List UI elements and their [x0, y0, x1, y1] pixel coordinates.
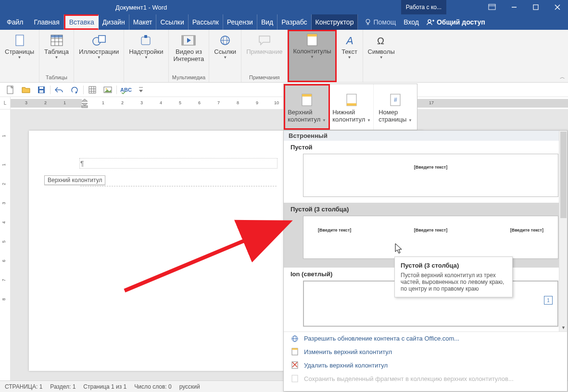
gallery-item-blank-title: Пустой [284, 141, 567, 152]
window-title: Документ1 - Word [115, 0, 167, 14]
svg-rect-24 [182, 36, 184, 45]
svg-rect-20 [99, 36, 105, 42]
save-button[interactable] [34, 84, 49, 96]
svg-rect-18 [51, 35, 63, 37]
tab-help[interactable]: Помощ [358, 14, 400, 30]
online-video-button[interactable]: Видео изИнтернета [170, 32, 208, 62]
header-dropdown-button[interactable]: Верхнийколонтитул ▼ [284, 84, 330, 130]
svg-rect-53 [82, 106, 88, 108]
status-language[interactable]: русский [179, 383, 200, 390]
svg-text:A: A [345, 35, 353, 47]
addins-icon [140, 35, 152, 46]
save-selection-icon [290, 375, 299, 382]
menu-update-from-office[interactable]: Разрешить обновление контента с сайта Of… [284, 332, 567, 345]
table-button[interactable]: Таблица▼ [40, 32, 73, 60]
svg-rect-40 [89, 86, 96, 93]
table-qat-button[interactable] [85, 84, 100, 96]
tab-design[interactable]: Дизайн [99, 14, 129, 30]
footer-dropdown-button[interactable]: Нижнийколонтитул ▼ [330, 84, 374, 130]
gallery-scrollbar[interactable]: ▲ ▼ [559, 131, 567, 331]
tab-view[interactable]: Вид [257, 14, 278, 30]
gallery-menu: Разрешить обновление контента с сайта Of… [284, 331, 567, 385]
text-button[interactable]: A Текст▼ [338, 32, 362, 60]
page-icon [15, 35, 25, 46]
undo-button[interactable] [51, 84, 67, 96]
svg-line-71 [125, 223, 286, 291]
title-bar: Документ1 - Word Работа с ко... [0, 0, 568, 14]
status-page[interactable]: СТРАНИЦА: 1 [5, 383, 42, 390]
ribbon-body: Страницы▼ Таблица▼ Таблицы Иллюстрации▼ … [0, 30, 568, 83]
scroll-down-icon[interactable]: ▼ [559, 323, 567, 331]
addins-button[interactable]: Надстройки▼ [125, 32, 167, 60]
svg-rect-22 [144, 35, 147, 38]
tab-home[interactable]: Главная [30, 14, 63, 30]
status-section[interactable]: Раздел: 1 [50, 383, 76, 390]
symbols-button[interactable]: Ω Символы▼ [364, 32, 399, 60]
svg-rect-25 [193, 36, 195, 45]
redo-button[interactable] [67, 84, 82, 96]
header-zone: ¶ [80, 159, 277, 186]
delete-header-icon [290, 361, 299, 369]
indent-marker-icon[interactable] [82, 99, 88, 108]
tab-login[interactable]: Вход [400, 14, 423, 30]
edit-header-icon [290, 348, 299, 355]
svg-point-6 [366, 19, 370, 23]
tab-layout[interactable]: Макет [129, 14, 157, 30]
mouse-cursor-icon [395, 244, 404, 255]
close-button[interactable] [546, 0, 568, 14]
svg-marker-47 [104, 89, 111, 92]
open-button[interactable] [18, 84, 34, 96]
page-header-icon [307, 34, 317, 46]
picture-qat-button[interactable] [100, 84, 115, 96]
svg-rect-57 [347, 103, 356, 106]
tab-references[interactable]: Ссылки [156, 14, 188, 30]
spellcheck-button[interactable]: ABC [118, 84, 133, 96]
collapse-ribbon-icon[interactable]: ︿ [560, 74, 565, 81]
pilcrow-icon: ¶ [80, 159, 84, 167]
tab-selector[interactable]: L [0, 97, 11, 109]
header-label-tag: Верхний колонтитул [44, 175, 105, 185]
header-footer-button[interactable]: Колонтитулы▼ [289, 31, 335, 59]
page-number-dropdown-button[interactable]: # Номерстраницы ▼ [374, 84, 417, 130]
menu-edit-header[interactable]: Изменить верхний колонтитул [284, 345, 567, 358]
contextual-tab-title: Работа с ко... [401, 0, 446, 14]
menu-save-to-gallery: Сохранить выделенный фрагмент в коллекци… [284, 372, 567, 385]
tab-share[interactable]: Общий доступ [423, 14, 489, 30]
maximize-button[interactable] [525, 0, 546, 14]
tab-file[interactable]: Файл [0, 14, 30, 30]
ribbon-display-options-icon[interactable] [481, 0, 503, 14]
qat-customize-button[interactable] [133, 84, 149, 96]
svg-marker-52 [82, 103, 88, 106]
svg-text:#: # [394, 97, 397, 103]
new-doc-button[interactable] [3, 84, 18, 96]
comment-button[interactable]: Примечание [242, 32, 286, 55]
vertical-ruler[interactable]: 1 1 2 3 4 5 6 7 8 [0, 110, 11, 380]
gallery-tooltip: Пустой (3 столбца) Пустой верхний колонт… [394, 257, 513, 297]
tab-review[interactable]: Рецензи [223, 14, 257, 30]
tab-mailings[interactable]: Рассылк [189, 14, 223, 30]
minimize-button[interactable] [503, 0, 525, 14]
svg-marker-50 [139, 90, 143, 92]
svg-rect-3 [533, 5, 538, 10]
gallery-header-builtin: Встроенный [284, 131, 567, 141]
gallery-item-blank3-title: Пустой (3 столбца) [284, 203, 567, 214]
tab-developer[interactable]: Разрабс [278, 14, 311, 30]
svg-rect-31 [307, 34, 317, 37]
annotation-arrow-icon [122, 219, 295, 295]
svg-rect-37 [39, 90, 43, 93]
links-button[interactable]: Ссылки▼ [210, 32, 240, 60]
pages-button[interactable]: Страницы▼ [1, 32, 38, 60]
svg-rect-21 [141, 37, 150, 45]
tab-constructor[interactable]: Конструктор [312, 14, 358, 30]
svg-marker-26 [187, 38, 191, 43]
comment-icon [258, 35, 271, 46]
gallery-item-blank3[interactable]: [Введите текст] [Введите текст] [Введите… [303, 216, 558, 259]
menu-delete-header[interactable]: Удалить верхний колонтитул [284, 358, 567, 372]
illustrations-button[interactable]: Иллюстрации▼ [75, 32, 123, 60]
status-page-of[interactable]: Страница 1 из 1 [83, 383, 126, 390]
table-icon [50, 35, 63, 46]
status-words[interactable]: Число слов: 0 [134, 383, 171, 390]
scroll-thumb[interactable] [560, 132, 567, 218]
gallery-item-blank[interactable]: [Введите текст] [303, 154, 558, 197]
tab-insert[interactable]: Вставка [64, 14, 99, 30]
